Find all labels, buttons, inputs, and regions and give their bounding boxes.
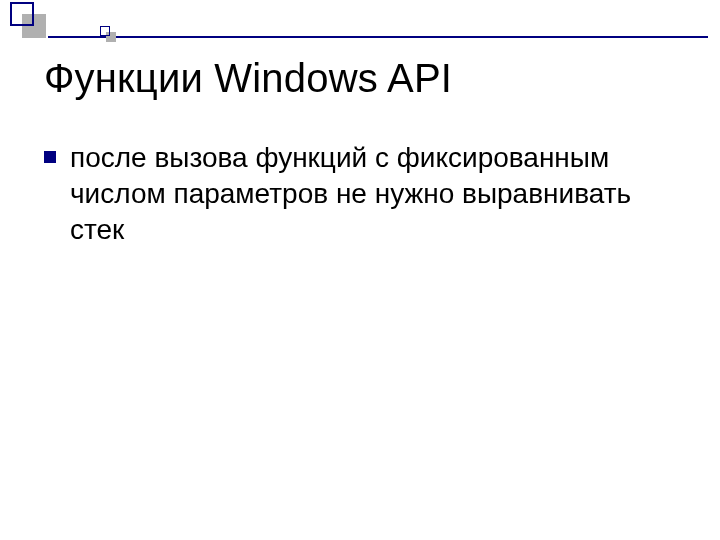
slide-title: Функции Windows API	[44, 56, 452, 101]
list-item: после вызова функций с фиксированным чис…	[44, 140, 660, 247]
bullet-text: после вызова функций с фиксированным чис…	[70, 140, 660, 247]
decor-square-outline-small	[100, 26, 110, 36]
bullet-square-icon	[44, 151, 56, 163]
slide-body: после вызова функций с фиксированным чис…	[44, 140, 660, 247]
decor-horizontal-rule	[48, 36, 708, 38]
slide: Функции Windows API после вызова функций…	[0, 0, 720, 540]
decor-square-outline-large	[10, 2, 34, 26]
